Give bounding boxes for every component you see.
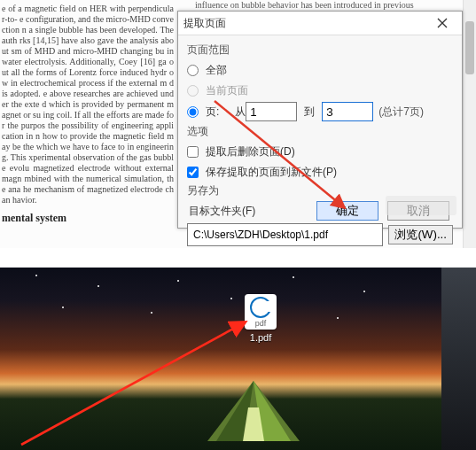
to-label: 到	[304, 105, 315, 120]
desktop-file-icon[interactable]: pdf 1.pdf	[241, 294, 280, 343]
total-pages-hint: (总计7页)	[378, 105, 424, 120]
chk-delete-label: 提取后删除页面(D)	[206, 144, 295, 159]
ok-button[interactable]: 确定	[316, 201, 378, 221]
dialog-body: 页面范围 全部 当前页面 页: 从 到 (总计7页) 选项 提取后删除页面(D)…	[178, 35, 462, 252]
desktop-wallpaper: pdf 1.pdf	[0, 268, 441, 450]
radio-range-label: 页:	[206, 105, 219, 120]
doc-left-text: e of a magnetic field on HER with perpen…	[2, 4, 174, 205]
close-button[interactable]	[428, 14, 456, 32]
tent-illustration	[200, 377, 307, 445]
pdf-file-icon: pdf	[245, 294, 277, 330]
night-sky	[0, 268, 441, 347]
edge-glyph-icon	[250, 297, 271, 318]
page-from-input[interactable]	[246, 102, 297, 121]
close-icon	[437, 18, 448, 28]
radio-current-page[interactable]: 当前页面	[187, 83, 248, 98]
radio-all-label: 全部	[206, 63, 227, 78]
radio-page-range[interactable]: 页:	[187, 105, 219, 120]
pdf-badge-text: pdf	[255, 319, 267, 328]
scrollbar-thumb[interactable]	[465, 21, 474, 74]
document-left-column-text: e of a magnetic field on HER with perpen…	[0, 0, 176, 223]
dialog-title: 提取页面	[183, 16, 226, 31]
dialog-titlebar: 提取页面	[178, 12, 462, 35]
screenshot-frame: { "doc_left_text": "e of a magnetic fiel…	[0, 0, 476, 450]
taskbar-right-strip	[441, 268, 476, 450]
section-label-options: 选项	[187, 124, 453, 139]
browse-button[interactable]: 浏览(W)...	[388, 225, 453, 244]
chk-save-label: 保存提取的页面到新文件(P)	[206, 165, 337, 180]
from-label: 从	[235, 105, 246, 120]
radio-all-pages[interactable]: 全部	[187, 63, 227, 78]
desktop-file-label: 1.pdf	[241, 332, 280, 343]
corner-watermark	[386, 196, 456, 215]
checkbox-delete-after-extract[interactable]: 提取后删除页面(D)	[187, 144, 295, 159]
section-label-page-range: 页面范围	[187, 43, 453, 58]
folder-field-label: 目标文件夹(F)	[189, 204, 255, 219]
extract-pages-dialog: 提取页面 页面范围 全部 当前页面 页: 从 到 (总计7页) 选项	[177, 11, 463, 229]
radio-current-label: 当前页面	[206, 83, 248, 98]
doc-section-heading: mental system	[2, 213, 174, 223]
vertical-scrollbar[interactable]	[463, 0, 476, 248]
document-right-column-text: influence on bubble behavior has been in…	[195, 0, 461, 10]
output-path-input[interactable]	[187, 223, 383, 246]
checkbox-save-to-new-file[interactable]: 保存提取的页面到新文件(P)	[187, 165, 337, 180]
page-to-input[interactable]	[322, 102, 373, 121]
